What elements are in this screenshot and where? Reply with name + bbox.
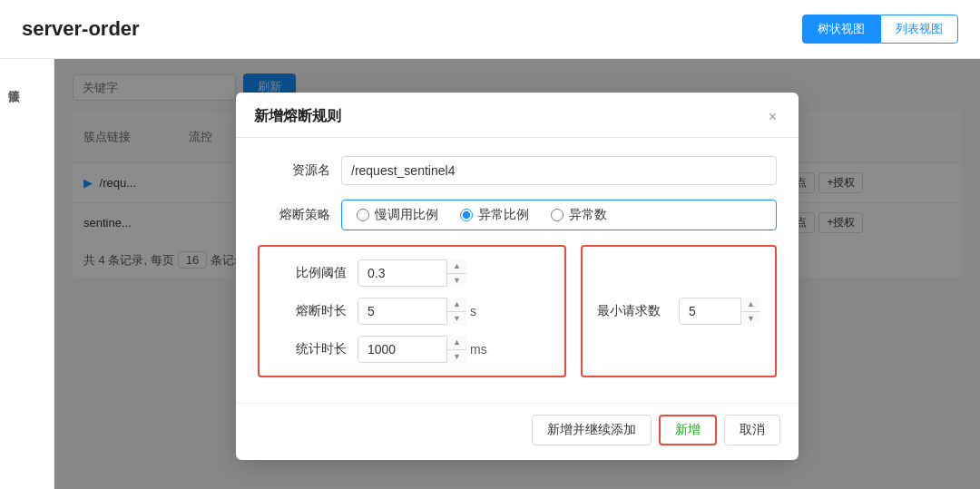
- min-requests-wrap: ▲ ▼: [679, 298, 760, 325]
- fuse-duration-down[interactable]: ▼: [447, 312, 466, 326]
- modal-title: 新增熔断规则: [254, 107, 341, 126]
- stat-duration-row: 统计时长 ▲ ▼ ms: [274, 336, 550, 363]
- slow-radio-input[interactable]: [357, 209, 369, 221]
- exception-count-radio-label: 异常数: [569, 207, 607, 223]
- right-fields-box: 最小请求数 ▲ ▼: [581, 245, 777, 377]
- resource-name-label: 资源名: [258, 162, 330, 179]
- list-view-button[interactable]: 列表视图: [880, 15, 958, 44]
- min-requests-up[interactable]: ▲: [741, 298, 760, 312]
- fuse-duration-unit: s: [470, 304, 476, 318]
- sidebar: 簇点链接: [0, 59, 54, 489]
- modal-footer: 新增并继续添加 新增 取消: [236, 403, 799, 460]
- strategy-exception-count-radio[interactable]: 异常数: [551, 207, 607, 223]
- ratio-threshold-row: 比例阈值 ▲ ▼: [274, 259, 550, 287]
- continue-add-button[interactable]: 新增并继续添加: [532, 415, 652, 445]
- tree-view-button[interactable]: 树状视图: [802, 15, 880, 44]
- add-button[interactable]: 新增: [659, 415, 717, 445]
- app-header: server-order 树状视图 列表视图: [0, 0, 980, 59]
- fields-area: 比例阈值 ▲ ▼: [258, 245, 777, 377]
- modal-body: 资源名 熔断策略 慢调用比例 异常: [236, 138, 799, 403]
- min-requests-label: 最小请求数: [597, 303, 661, 319]
- ratio-threshold-up[interactable]: ▲: [447, 259, 466, 274]
- stat-duration-wrap: ▲ ▼: [358, 336, 466, 363]
- strategy-exception-ratio-radio[interactable]: 异常比例: [460, 207, 529, 223]
- stat-duration-label: 统计时长: [274, 341, 347, 357]
- strategy-label: 熔断策略: [258, 207, 330, 223]
- content-area: 刷新 簇点链接 流控 熔断 热点 授权 每分钟通过 每分钟拒绝绝 操作: [54, 59, 980, 489]
- strategy-slow-radio[interactable]: 慢调用比例: [357, 207, 438, 223]
- left-fields-box: 比例阈值 ▲ ▼: [258, 245, 566, 377]
- ratio-threshold-wrap: ▲ ▼: [358, 259, 466, 287]
- exception-ratio-radio-label: 异常比例: [478, 207, 529, 223]
- strategy-row: 熔断策略 慢调用比例 异常比例: [258, 200, 777, 230]
- stat-duration-unit: ms: [470, 342, 487, 357]
- exception-count-radio-input[interactable]: [551, 209, 564, 221]
- cancel-button[interactable]: 取消: [724, 415, 780, 445]
- fuse-duration-row: 熔断时长 ▲ ▼ s: [274, 298, 550, 325]
- resource-name-row: 资源名: [258, 156, 777, 185]
- fuse-duration-label: 熔断时长: [274, 303, 347, 319]
- ratio-threshold-down[interactable]: ▼: [447, 274, 466, 288]
- modal-dialog: 新增熔断规则 × 资源名 熔断策略: [236, 93, 799, 460]
- slow-radio-label: 慢调用比例: [375, 207, 438, 223]
- sidebar-label: 簇点链接: [0, 70, 27, 92]
- resource-name-input[interactable]: [341, 156, 777, 185]
- modal-header: 新增熔断规则 ×: [236, 93, 799, 138]
- ratio-threshold-label: 比例阈值: [274, 265, 347, 281]
- fuse-duration-up[interactable]: ▲: [447, 298, 466, 312]
- modal-overlay: 新增熔断规则 × 资源名 熔断策略: [54, 59, 980, 489]
- main-area: 簇点链接 刷新 簇点链接 流控 熔断 热点 授权 每分钟通过 每分钟拒绝绝: [0, 59, 980, 489]
- modal-close-button[interactable]: ×: [765, 110, 780, 124]
- exception-ratio-radio-input[interactable]: [460, 209, 473, 221]
- min-requests-spinner: ▲ ▼: [740, 298, 760, 325]
- fuse-duration-wrap: ▲ ▼: [358, 298, 466, 325]
- stat-duration-up[interactable]: ▲: [447, 336, 466, 350]
- stat-duration-down[interactable]: ▼: [447, 350, 466, 364]
- ratio-threshold-spinner: ▲ ▼: [446, 259, 466, 287]
- stat-duration-spinner: ▲ ▼: [446, 336, 466, 363]
- min-requests-down[interactable]: ▼: [741, 312, 760, 326]
- fuse-duration-spinner: ▲ ▼: [446, 298, 466, 325]
- page-title: server-order: [22, 17, 140, 41]
- view-toggle: 树状视图 列表视图: [802, 15, 958, 44]
- strategy-radio-group: 慢调用比例 异常比例 异常数: [341, 200, 777, 230]
